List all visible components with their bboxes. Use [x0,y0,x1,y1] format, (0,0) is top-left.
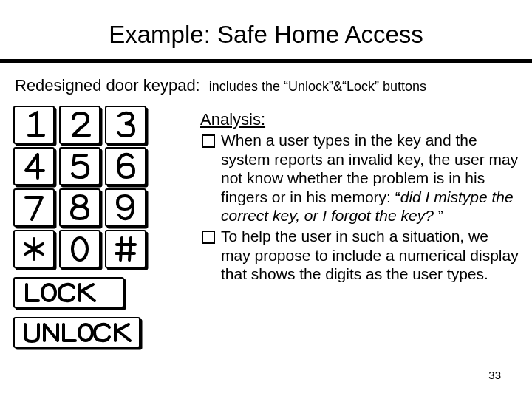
unlock-button[interactable] [13,317,140,348]
page-number: 33 [488,369,501,381]
subtitle-text: Redesigned door keypad: [15,76,200,95]
content-area: Analysis: When a user types in the key a… [0,103,532,348]
key-8[interactable] [59,188,100,227]
analysis-bullet: To help the user in such a situation, we… [200,227,519,284]
svg-point-2 [79,324,92,341]
keypad-column [13,103,172,348]
subtitle-note: includes the “Unlock”&“Lock” buttons [205,79,426,94]
slide-title: Example: Safe Home Access [0,0,532,59]
key-0[interactable] [59,230,100,268]
key-2[interactable] [59,106,100,144]
svg-point-0 [72,238,87,260]
analysis-bullet: When a user types in the key and the sys… [200,131,519,225]
analysis-heading: Analysis: [200,110,519,129]
bullet-text-pre: To help the user in such a situation, we… [221,228,519,282]
key-1[interactable] [13,106,55,144]
key-5[interactable] [59,147,100,185]
subtitle-row: Redesigned door keypad: includes the “Un… [0,63,532,103]
svg-point-1 [42,284,55,301]
lock-button[interactable] [13,277,124,308]
key-hash[interactable] [105,230,146,268]
key-9[interactable] [105,188,146,227]
key-6[interactable] [105,147,146,185]
key-star[interactable] [13,230,55,268]
key-3[interactable] [105,106,146,144]
analysis-column: Analysis: When a user types in the key a… [172,103,519,285]
key-7[interactable] [13,188,55,227]
analysis-list: When a user types in the key and the sys… [200,131,519,284]
bullet-text-post: ” [434,207,443,224]
key-4[interactable] [13,147,55,185]
keypad-grid [13,106,172,268]
